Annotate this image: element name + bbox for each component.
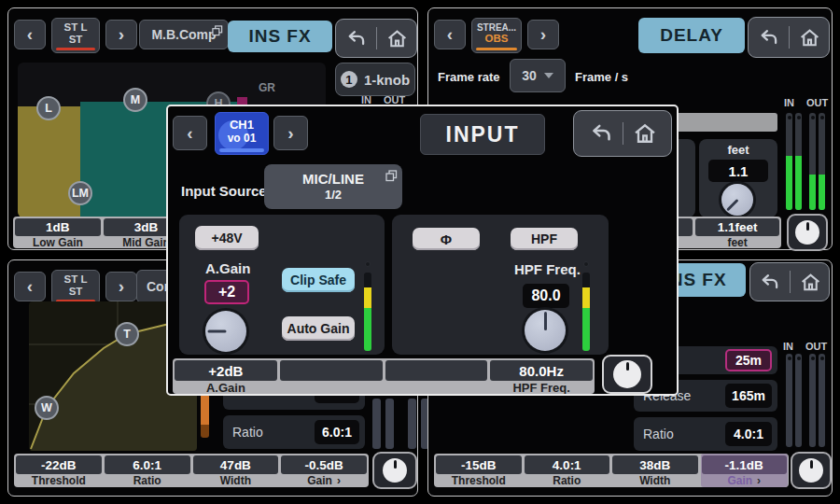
one-knob-label: 1-knob bbox=[364, 72, 410, 88]
channel-color-bar bbox=[56, 48, 95, 50]
prev-channel-button[interactable]: ‹ bbox=[173, 116, 207, 150]
out-meter-r bbox=[819, 113, 825, 210]
channel-color-bar bbox=[219, 148, 264, 152]
ratio-label: Ratio bbox=[643, 427, 674, 441]
undo-icon[interactable] bbox=[758, 271, 781, 294]
out-meter-r bbox=[819, 354, 825, 447]
prev-channel-button[interactable]: ‹ bbox=[14, 272, 46, 301]
footer-cell-ratio[interactable]: 4.0:1Ratio bbox=[525, 455, 610, 487]
feet-value[interactable]: 1.1 bbox=[708, 160, 768, 182]
ratio-row[interactable]: Ratio 6.0:1 bbox=[223, 415, 365, 449]
channel-select-button[interactable]: STREA... OBS bbox=[471, 18, 522, 53]
frame-rate-dropdown[interactable]: 30 bbox=[510, 59, 566, 92]
divider bbox=[789, 26, 790, 49]
hpf-freq-label: HPF Freq. bbox=[514, 261, 581, 277]
nav-box bbox=[748, 17, 830, 58]
hpf-freq-knob[interactable] bbox=[525, 310, 566, 351]
footer-cell-width[interactable]: 47dBWidth bbox=[193, 455, 279, 487]
phase-button[interactable]: Φ bbox=[413, 228, 480, 250]
again-knob[interactable] bbox=[205, 311, 246, 352]
input-source-button[interactable]: MIC/LINE 1/2 bbox=[264, 164, 402, 209]
again-level-meter bbox=[364, 273, 371, 351]
footer-cell-gain[interactable]: -0.5dBGain› bbox=[281, 455, 367, 487]
copy-icon bbox=[385, 168, 398, 186]
release-value: 165m bbox=[725, 384, 772, 408]
page-title: INS FX bbox=[228, 21, 332, 52]
footer-cell-hpf-freq[interactable]: 80.0HzHPF Freq. bbox=[490, 360, 593, 394]
meter-peak-dot bbox=[365, 261, 371, 267]
clip-safe-button[interactable]: Clip Safe bbox=[282, 268, 355, 292]
home-icon[interactable] bbox=[385, 27, 409, 50]
out-meter-l bbox=[809, 113, 816, 210]
auto-gain-button[interactable]: Auto Gain bbox=[282, 316, 355, 341]
again-value[interactable]: +2 bbox=[204, 280, 249, 304]
chevron-left-icon: ‹ bbox=[447, 24, 453, 45]
home-icon[interactable] bbox=[799, 271, 822, 294]
one-knob-access[interactable] bbox=[787, 214, 828, 251]
mid-band-handle[interactable]: M bbox=[123, 88, 147, 112]
channel-name2: ST bbox=[69, 286, 83, 298]
in-label: IN bbox=[784, 97, 794, 108]
next-channel-button[interactable]: › bbox=[105, 20, 137, 49]
hpf-button[interactable]: HPF bbox=[511, 228, 578, 250]
low-mid-crossover-handle[interactable]: LM bbox=[68, 181, 92, 205]
footer-cell-threshold[interactable]: -22dBThreshold bbox=[16, 455, 102, 487]
home-icon[interactable] bbox=[798, 26, 821, 49]
one-knob-access[interactable] bbox=[791, 452, 832, 489]
channel-select-button[interactable]: CH1 vo 01 bbox=[215, 112, 269, 155]
analog-gain-section: +48V A.Gain +2 Clip Safe Auto Gain bbox=[179, 215, 385, 355]
footer-cell-2[interactable] bbox=[280, 360, 383, 394]
channel-name: ST L bbox=[64, 21, 88, 34]
prev-channel-button[interactable]: ‹ bbox=[14, 20, 46, 49]
channel-name2: ST bbox=[69, 34, 83, 46]
preset-button[interactable]: M.B.Comp bbox=[139, 20, 229, 49]
chevron-left-icon: ‹ bbox=[27, 276, 33, 297]
ratio-value: 6.0:1 bbox=[315, 420, 359, 444]
meter-peak-dot bbox=[583, 261, 589, 267]
undo-icon[interactable] bbox=[344, 27, 368, 50]
chevron-right-icon: › bbox=[119, 24, 124, 45]
chevron-right-icon: › bbox=[287, 123, 293, 144]
knob-icon bbox=[799, 458, 823, 483]
nav-box bbox=[749, 262, 830, 301]
channel-name2: vo 01 bbox=[216, 132, 268, 145]
in-meter-l bbox=[372, 399, 381, 449]
phase-hpf-section: Φ HPF HPF Freq. 80.0 bbox=[392, 215, 609, 355]
prev-channel-button[interactable]: ‹ bbox=[434, 20, 466, 49]
next-channel-button[interactable]: › bbox=[273, 116, 308, 150]
ratio-value: 4.0:1 bbox=[725, 422, 772, 446]
footer-cell-low-gain[interactable]: 1dBLow Gain bbox=[15, 218, 101, 248]
footer-cell-threshold[interactable]: -15dBThreshold bbox=[436, 455, 522, 487]
low-band-handle[interactable]: L bbox=[36, 96, 61, 120]
footer-cell-width[interactable]: 38dBWidth bbox=[612, 455, 698, 487]
one-knob-button[interactable]: 1 1-knob bbox=[335, 63, 415, 96]
nav-box bbox=[335, 19, 417, 58]
out-meter-l bbox=[408, 399, 416, 449]
one-knob-badge-icon: 1 bbox=[341, 71, 357, 88]
phantom-power-button[interactable]: +48V bbox=[195, 226, 259, 250]
ratio-row[interactable]: Ratio 4.0:1 bbox=[634, 417, 777, 451]
out-meter-l bbox=[809, 354, 816, 447]
footer-cell-feet[interactable]: 1.1feetfeet bbox=[695, 218, 779, 248]
footer-cell-again[interactable]: +2dBA.Gain bbox=[175, 360, 277, 394]
one-knob-access[interactable] bbox=[372, 452, 417, 489]
channel-select-button[interactable]: ST L ST bbox=[51, 18, 100, 53]
knob-mark bbox=[726, 199, 738, 211]
threshold-handle[interactable]: T bbox=[115, 322, 139, 346]
channel-name: CH1 bbox=[216, 118, 268, 132]
footer-cell-3[interactable] bbox=[385, 360, 488, 394]
out-label: OUT bbox=[805, 341, 827, 352]
channel-color-bar bbox=[476, 48, 517, 50]
next-channel-button[interactable]: › bbox=[527, 20, 559, 49]
undo-icon[interactable] bbox=[757, 26, 780, 49]
undo-icon[interactable] bbox=[588, 120, 614, 147]
hpf-freq-value[interactable]: 80.0 bbox=[523, 284, 569, 308]
home-icon[interactable] bbox=[632, 120, 658, 147]
one-knob-access[interactable] bbox=[602, 355, 652, 394]
next-channel-button[interactable]: › bbox=[105, 272, 137, 301]
width-handle[interactable]: W bbox=[35, 396, 59, 420]
feet-knob[interactable] bbox=[721, 184, 753, 216]
footer-cell-gain[interactable]: -1.1dBGain› bbox=[701, 454, 789, 487]
footer-cell-ratio[interactable]: 6.0:1Ratio bbox=[105, 455, 190, 487]
channel-select-button[interactable]: ST L ST bbox=[51, 270, 100, 305]
